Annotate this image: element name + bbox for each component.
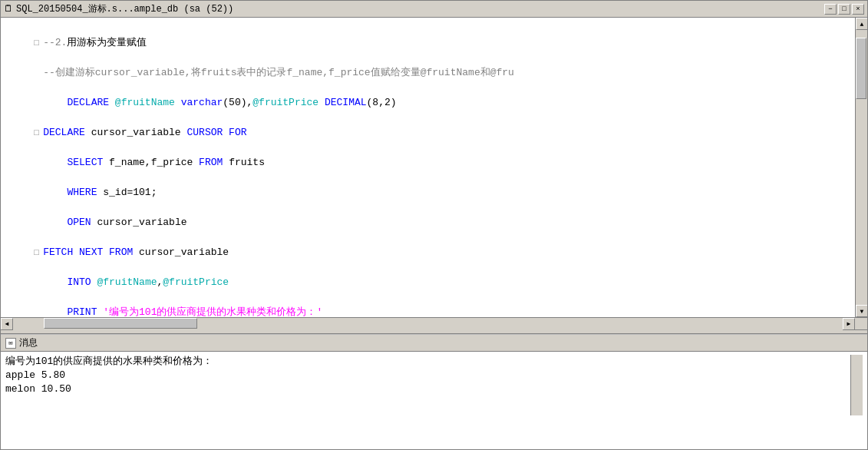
scroll-track[interactable] bbox=[856, 30, 867, 305]
main-container: □--2.用游标为变量赋值 --创建游标cursor_variable,将fru… bbox=[0, 17, 868, 450]
message-header-label: 消息 bbox=[19, 336, 38, 349]
window-icon: 🗒 bbox=[4, 3, 13, 15]
vertical-scrollbar[interactable]: ▲ ▼ bbox=[855, 18, 867, 317]
minimize-button[interactable]: − bbox=[824, 4, 837, 15]
message-header-icon: ✉ bbox=[5, 338, 16, 349]
code-content[interactable]: □--2.用游标为变量赋值 --创建游标cursor_variable,将fru… bbox=[29, 18, 855, 317]
message-line-1: 编号为101的供应商提供的水果种类和价格为： bbox=[5, 355, 850, 369]
message-line-2: apple 5.80 bbox=[5, 369, 850, 382]
h-scroll-thumb[interactable] bbox=[44, 318, 197, 329]
h-scroll-right-button[interactable]: ▶ bbox=[843, 318, 855, 330]
window-title: SQL_20150504_游标.s...ample_db (sa (52)) bbox=[16, 2, 233, 15]
message-line-3: melon 10.50 bbox=[5, 382, 850, 396]
scroll-thumb[interactable] bbox=[856, 38, 866, 99]
horizontal-scrollbar[interactable]: ◀ ▶ bbox=[1, 317, 867, 329]
maximize-button[interactable]: □ bbox=[838, 4, 850, 15]
message-vscroll[interactable] bbox=[850, 355, 863, 415]
h-scroll-left-button[interactable]: ◀ bbox=[1, 318, 13, 330]
title-bar: 🗒 SQL_20150504_游标.s...ample_db (sa (52))… bbox=[0, 0, 868, 17]
close-button[interactable]: × bbox=[852, 4, 864, 15]
line-numbers bbox=[1, 18, 29, 317]
message-header: ✉ 消息 bbox=[1, 335, 867, 352]
code-editor: □--2.用游标为变量赋值 --创建游标cursor_variable,将fru… bbox=[1, 18, 867, 317]
message-body: 编号为101的供应商提供的水果种类和价格为： apple 5.80 melon … bbox=[1, 352, 867, 419]
message-text: 编号为101的供应商提供的水果种类和价格为： apple 5.80 melon … bbox=[5, 355, 850, 415]
message-panel: ✉ 消息 编号为101的供应商提供的水果种类和价格为： apple 5.80 m… bbox=[1, 334, 867, 419]
h-scroll-corner bbox=[855, 318, 867, 330]
scroll-down-button[interactable]: ▼ bbox=[856, 305, 867, 317]
scroll-up-button[interactable]: ▲ bbox=[856, 18, 867, 30]
h-scroll-track[interactable] bbox=[13, 318, 843, 330]
